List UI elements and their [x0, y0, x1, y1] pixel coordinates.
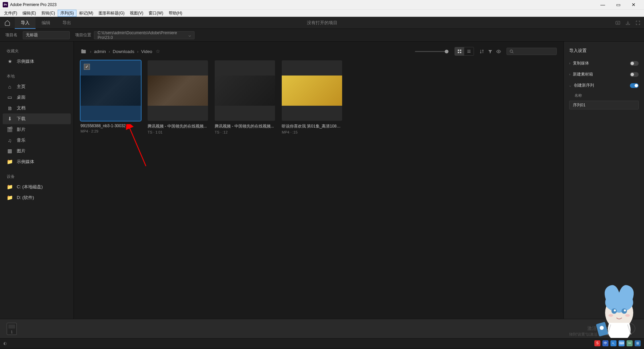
breadcrumb-item[interactable]: Video: [141, 49, 152, 54]
nav-tab[interactable]: 导入: [15, 17, 36, 29]
share-icon[interactable]: [625, 20, 631, 26]
thumbnail-preview: [148, 76, 208, 106]
menu-item[interactable]: 视图(V): [127, 10, 146, 17]
minimize-button[interactable]: —: [595, 0, 610, 9]
thumbnail-size-slider[interactable]: [415, 51, 448, 52]
sidebar-item-label: 示例媒体: [17, 58, 34, 64]
chevron-right-icon: ›: [109, 49, 110, 54]
top-nav: 导入编辑导出 没有打开的项目: [0, 17, 644, 29]
project-bar: 项目名 项目位置 C:\Users\admin\Documents\Adobe\…: [0, 29, 644, 42]
sidebar-item-icon: 📁: [7, 184, 13, 190]
sidebar-item-icon: ▭: [7, 94, 13, 100]
watermark-line2: 转到"设置"以激活 Windows。: [569, 332, 618, 337]
tray-icon-ime[interactable]: 中: [602, 340, 608, 346]
nav-tab[interactable]: 编辑: [36, 17, 56, 29]
import-settings-panel: 导入设置 › 复制媒体 › 新建素材箱 ⌵ 创建新序列 名称: [564, 42, 644, 319]
toggle-switch[interactable]: [630, 61, 639, 66]
breadcrumb-item[interactable]: admin: [94, 49, 106, 54]
menu-item[interactable]: 窗口(W): [146, 10, 166, 17]
svg-line-10: [512, 52, 513, 53]
create-button[interactable]: 创建: [612, 323, 635, 334]
sidebar-item[interactable]: 📁D: (软件): [0, 192, 73, 203]
tray-icon-keyboard[interactable]: ⌨: [619, 340, 625, 346]
checkbox-checked-icon[interactable]: ✓: [84, 64, 90, 70]
menu-item[interactable]: 序列(S): [58, 10, 76, 17]
status-bar: ◐ S 中 •, ⌨ ✂ ⊞: [0, 338, 644, 348]
media-thumbnail[interactable]: ✓ 991558388_nb3-1-30032 MP4 · 2:29: [80, 60, 141, 134]
tray-icon-grid[interactable]: ⊞: [635, 340, 641, 346]
sidebar-item[interactable]: ♫音乐: [0, 135, 73, 146]
tray-icon-tool[interactable]: ✂: [627, 340, 633, 346]
import-setting-row[interactable]: › 新建素材箱: [564, 69, 644, 80]
project-location-select[interactable]: C:\Users\admin\Documents\Adobe\Premiere …: [94, 31, 195, 39]
toggle-switch[interactable]: [630, 83, 639, 88]
search-icon: [509, 49, 514, 54]
home-icon[interactable]: [0, 20, 15, 26]
maximize-button[interactable]: ▭: [610, 0, 626, 9]
list-view-button[interactable]: [464, 47, 474, 55]
close-button[interactable]: ✕: [626, 0, 641, 9]
sidebar-item-label: 示例媒体: [17, 159, 34, 165]
fullscreen-icon[interactable]: [635, 20, 641, 26]
menu-item[interactable]: 帮助(H): [166, 10, 185, 17]
menu-item[interactable]: 图形和标题(G): [96, 10, 127, 17]
favorite-star-icon[interactable]: ☆: [156, 48, 160, 54]
import-setting-row[interactable]: › 复制媒体: [564, 58, 644, 69]
thumbnail-preview: [80, 76, 141, 106]
sidebar-item-label: 桌面: [17, 94, 25, 100]
chevron-down-icon: ⌵: [189, 33, 191, 38]
sidebar-item-icon: 📁: [7, 159, 13, 165]
thumbnail-image: [282, 60, 342, 121]
sidebar-item[interactable]: ★示例媒体: [0, 56, 73, 67]
sidebar-item[interactable]: 📁C: (本地磁盘): [0, 182, 73, 192]
media-thumbnail[interactable]: 腾讯视频 - 中国领先的在线视频... TS · 1:01: [148, 60, 208, 134]
sidebar-item-icon: ♫: [7, 138, 13, 143]
tray-icon-sogou[interactable]: S: [594, 340, 600, 346]
menu-item[interactable]: 编辑(E): [20, 10, 39, 17]
tray-icon-punct[interactable]: •,: [610, 340, 616, 346]
menu-item[interactable]: 标记(M): [76, 10, 96, 17]
sequence-name-input[interactable]: [569, 101, 639, 109]
filter-icon[interactable]: [488, 49, 493, 54]
search-input[interactable]: [516, 49, 554, 54]
chevron-right-icon: ›: [90, 49, 91, 54]
breadcrumb-item[interactable]: Downloads: [113, 49, 134, 54]
media-thumbnail[interactable]: 听说你喜欢我 第01集_高清1080P... MP4 · :15: [282, 60, 342, 134]
watermark-line1: 激活 Windows: [569, 325, 618, 332]
svg-rect-1: [458, 50, 459, 51]
svg-point-8: [498, 51, 499, 52]
selection-bin[interactable]: 1: [7, 323, 17, 335]
sidebar-item[interactable]: ▭桌面: [0, 92, 73, 103]
sidebar-section-local: 本地: [0, 71, 73, 81]
sidebar-item[interactable]: ⌂主页: [0, 81, 73, 92]
sidebar-item[interactable]: ⬇下载: [3, 113, 71, 124]
menu-bar: 文件(F)编辑(E)剪辑(C)序列(S)标记(M)图形和标题(G)视图(V)窗口…: [0, 9, 644, 17]
nav-tab[interactable]: 导出: [56, 17, 77, 29]
sidebar-item[interactable]: ▦图片: [0, 146, 73, 156]
sidebar-item[interactable]: 🎬影片: [0, 124, 73, 135]
app-icon: Pr: [3, 2, 8, 7]
import-setting-row[interactable]: ⌵ 创建新序列: [564, 80, 644, 91]
sidebar-item-icon: ⌂: [7, 84, 13, 90]
sort-icon[interactable]: [479, 49, 484, 54]
chevron-right-icon: ›: [569, 72, 570, 76]
import-quick-icon[interactable]: [615, 20, 621, 26]
project-location-label: 项目位置: [75, 32, 91, 38]
folder-icon[interactable]: [80, 48, 87, 54]
search-box[interactable]: [506, 48, 557, 55]
chevron-right-icon: ›: [569, 61, 570, 65]
preview-eye-icon[interactable]: [496, 49, 501, 54]
thumbnail-grid: ✓ 991558388_nb3-1-30032 MP4 · 2:29 腾讯视频 …: [80, 60, 557, 134]
import-settings-title: 导入设置: [564, 46, 644, 58]
menu-item[interactable]: 剪辑(C): [39, 10, 58, 17]
thumbnail-meta: TS · 1:01: [148, 130, 208, 134]
toggle-switch[interactable]: [630, 72, 639, 77]
grid-view-button[interactable]: [455, 47, 464, 55]
menu-item[interactable]: 文件(F): [1, 10, 20, 17]
project-name-input[interactable]: [23, 31, 70, 39]
sidebar-item[interactable]: 🗎文档: [0, 103, 73, 113]
sidebar-item[interactable]: 📁示例媒体: [0, 156, 73, 167]
system-tray: S 中 •, ⌨ ✂ ⊞: [594, 340, 641, 346]
thumbnail-image: [215, 60, 275, 121]
media-thumbnail[interactable]: 腾讯视频 - 中国领先的在线视频... TS · :12: [215, 60, 275, 134]
